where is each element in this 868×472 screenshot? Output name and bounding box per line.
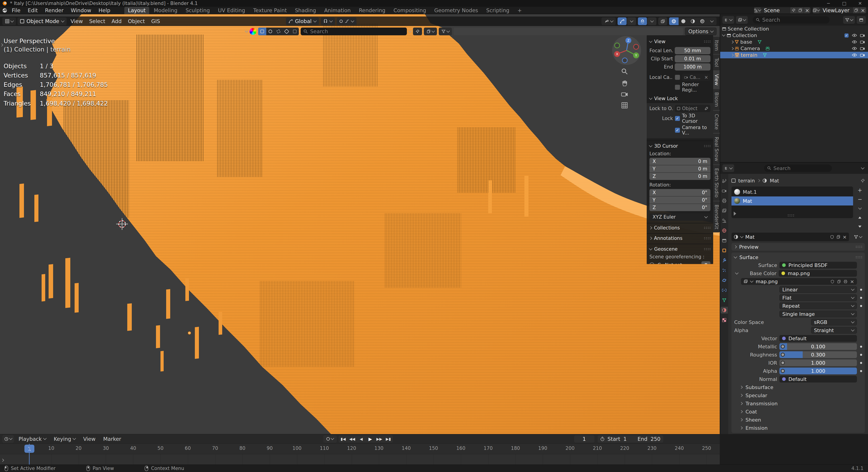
snapping-button[interactable] [321,18,335,25]
sheen-section[interactable]: Sheen [734,416,862,424]
interpolation-dropdown[interactable]: Linear [779,286,857,293]
menu-render[interactable]: Render [42,7,67,14]
perspective-toggle-icon[interactable] [621,102,628,109]
n-tab-item[interactable]: Item [713,37,720,54]
crs-radio[interactable] [649,262,654,264]
coat-section[interactable]: Coat [734,408,862,416]
lock-to-object-field[interactable]: Object [675,105,710,112]
keying-menu[interactable]: Keying [51,436,79,442]
menu-window[interactable]: Window [68,7,94,14]
shading-solid-button[interactable] [679,18,688,25]
preview-panel-header[interactable]: Preview [734,243,862,251]
remove-slot-button[interactable]: − [855,195,864,203]
mode-selector[interactable]: Object Mode [18,18,67,25]
remove-view-layer-icon[interactable]: × [860,7,866,13]
viewport-menu-object[interactable]: Object [125,18,147,24]
new-collection-button[interactable] [857,16,866,24]
base-color-expand[interactable] [735,271,739,275]
metallic-slider[interactable]: 0.100 [779,343,857,350]
playhead-line[interactable] [29,444,30,465]
end-frame-value[interactable]: 250 [651,436,660,442]
camera-to-view-checkbox[interactable] [675,127,680,133]
close-button[interactable]: ✕ [852,0,868,7]
drag-grip-icon[interactable] [855,246,862,248]
animate-dot[interactable] [860,354,862,356]
layers-button[interactable] [424,28,437,35]
animate-dot[interactable] [860,346,862,348]
prev-keyframe-button[interactable]: ◀◀ [348,435,357,443]
n-tab-blosm[interactable]: Blosm [713,89,720,110]
camera-view-icon[interactable] [621,92,628,97]
playback-menu[interactable]: Playback [16,436,49,442]
workspace-tab-compositing[interactable]: Compositing [390,7,430,14]
outliner-filter-button[interactable] [843,16,855,24]
workspace-tab-shading[interactable]: Shading [291,7,320,14]
properties-tab-material-icon[interactable] [721,307,728,314]
viewport-menu-select[interactable]: Select [87,18,107,24]
rotation-mode-dropdown[interactable]: XYZ Euler [649,213,710,221]
workspace-tab-geometry-nodes[interactable]: Geometry Nodes [431,7,482,14]
base-color-field[interactable]: map.png [779,270,857,277]
properties-tab-world-icon[interactable] [721,227,728,234]
pack-icon[interactable] [844,280,847,283]
properties-tab-output-icon[interactable] [721,197,728,204]
hide-eye-icon[interactable] [852,53,857,57]
clip-start-field[interactable]: 0.01 m [675,55,710,62]
workspace-tab-uv-editing[interactable]: UV Editing [214,7,249,14]
viewport-menu-add[interactable]: Add [109,18,124,24]
pin-scene-icon[interactable] [790,7,797,13]
properties-tab-particles-icon[interactable] [721,267,728,274]
expand-icon[interactable] [722,33,725,37]
outliner-row-scene-collection[interactable]: Scene Collection [720,26,868,32]
menu-help[interactable]: Help [95,7,114,14]
n-tab-view[interactable]: View [713,71,720,89]
select-mode-extend[interactable] [266,28,274,35]
outliner-row-terrain[interactable]: terrain [720,52,868,58]
select-mode-set[interactable] [258,28,266,35]
cursor-rot-y[interactable]: Y0° [649,196,710,204]
maximize-button[interactable]: □ [836,0,852,7]
timeline-ruler[interactable]: 1 10203040506070809010011012013014015016… [0,444,720,454]
minimize-button[interactable]: ─ [820,0,836,7]
material-slot-list[interactable]: Mat.1 Mat [732,187,853,218]
animate-dot[interactable] [860,362,862,364]
marker-menu[interactable]: Marker [100,436,124,442]
shading-dropdown[interactable] [707,18,717,25]
breadcrumb-object[interactable]: terrain [738,178,755,184]
keying-set-button[interactable] [323,435,337,443]
animate-dot[interactable] [860,289,862,291]
fake-user-shield-icon[interactable] [830,235,834,239]
alpha-slider[interactable]: 1.000 [779,368,857,374]
properties-tab-collection-icon[interactable] [721,237,728,244]
node-tree-button[interactable] [851,232,865,241]
properties-tab-scene-icon[interactable] [721,217,728,224]
unlink-icon[interactable]: × [843,234,847,240]
expand-icon[interactable] [731,47,734,50]
jump-to-start-button[interactable]: ▮◀ [339,435,348,443]
workspace-tab-rendering[interactable]: Rendering [355,7,389,14]
timeline-editor-type[interactable] [2,435,14,443]
select-mode-subtract[interactable] [274,28,283,35]
properties-tab-viewlayer-icon[interactable] [721,207,728,214]
timeline-view-menu[interactable]: View [80,436,99,442]
workspace-tab-texture-paint[interactable]: Texture Paint [250,7,290,14]
drag-grip-icon[interactable] [704,237,710,240]
source-dropdown[interactable]: Single Image [779,311,857,317]
geoscene-header[interactable]: Geoscene [649,246,710,254]
drag-grip-icon[interactable] [704,248,710,250]
filter-button[interactable] [439,28,452,35]
cursor-rot-x[interactable]: X0° [649,189,710,196]
normal-field[interactable]: Default [779,376,857,382]
move-slot-down-button[interactable] [855,223,864,230]
vector-field[interactable]: Default [779,335,857,342]
3d-cursor-header[interactable]: 3D Cursor [649,143,710,151]
resize-grip-icon[interactable] [787,214,794,217]
unlink-scene-icon[interactable]: × [804,7,810,13]
subsurface-section[interactable]: Subsurface [734,383,862,391]
properties-options-icon[interactable] [861,166,865,169]
collections-header[interactable]: Collections [649,225,710,231]
play-button[interactable]: ▶ [366,435,375,443]
copy-scene-icon[interactable] [797,7,804,13]
outliner-search-input[interactable]: Search [753,16,830,24]
move-slot-up-button[interactable] [855,214,864,221]
